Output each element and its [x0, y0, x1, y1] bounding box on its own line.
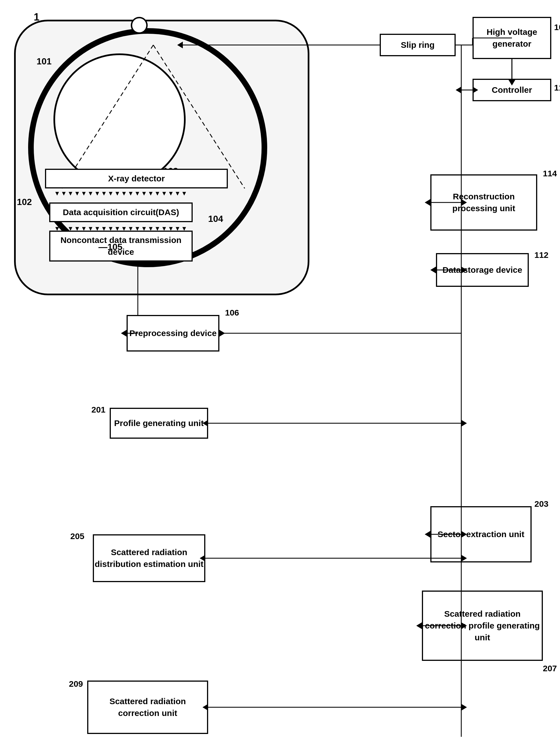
sector-extract-box: Sector extraction unit	[430, 506, 532, 563]
label-105: —105	[98, 242, 122, 252]
svg-marker-39	[461, 704, 467, 711]
svg-marker-29	[425, 531, 430, 538]
scatter-dist-box: Scattered radiation distribution estimat…	[93, 534, 205, 582]
xray-source	[131, 17, 148, 34]
label-104: 104	[208, 214, 223, 224]
scatter-profile-box: Scattered radiation correction profile g…	[422, 591, 543, 661]
hv-gen-num: 109	[554, 22, 560, 32]
label-102: 102	[17, 197, 32, 207]
scatter-correct-num: 209	[69, 679, 83, 689]
profile-gen-box: Profile generating unit	[110, 408, 208, 439]
preprocessing-num: 106	[225, 308, 239, 318]
svg-marker-12	[456, 87, 461, 93]
profile-gen-num: 201	[92, 405, 105, 414]
das-box: Data acquisition circuit(DAS)	[49, 202, 193, 222]
slip-ring-box: Slip ring	[380, 34, 456, 56]
svg-marker-18	[430, 267, 436, 273]
diagram-container: 1 101 102 103 X-ray detector ▼▼▼▼▼▼▼▼▼▼▼…	[0, 0, 560, 750]
hv-generator-box: High voltage generator	[473, 17, 551, 59]
arrows-row-1: ▼▼▼▼▼▼▼▼▼▼▼▼▼▼▼▼▼▼▼▼	[49, 190, 193, 197]
controller-box: Controller	[473, 79, 551, 101]
data-storage-box: Data storage device	[436, 253, 529, 287]
svg-marker-35	[416, 622, 422, 629]
svg-marker-24	[219, 330, 225, 337]
sector-extract-num: 203	[534, 499, 548, 509]
svg-marker-22	[121, 330, 126, 337]
label-101: 101	[37, 56, 52, 67]
recon-num: 114	[543, 169, 557, 178]
scatter-profile-num: 207	[543, 664, 557, 673]
preprocessing-box: Preprocessing device	[126, 315, 219, 351]
svg-marker-27	[461, 420, 467, 427]
scatter-dist-num: 205	[70, 531, 84, 541]
recon-box: Reconstruction processing unit	[430, 174, 537, 230]
scatter-correct-box: Scattered radiation correction unit	[87, 681, 208, 734]
controller-num: 110	[554, 83, 560, 93]
xray-detector-box: X-ray detector	[45, 169, 228, 188]
svg-marker-15	[425, 199, 430, 206]
data-storage-num: 112	[534, 250, 548, 260]
